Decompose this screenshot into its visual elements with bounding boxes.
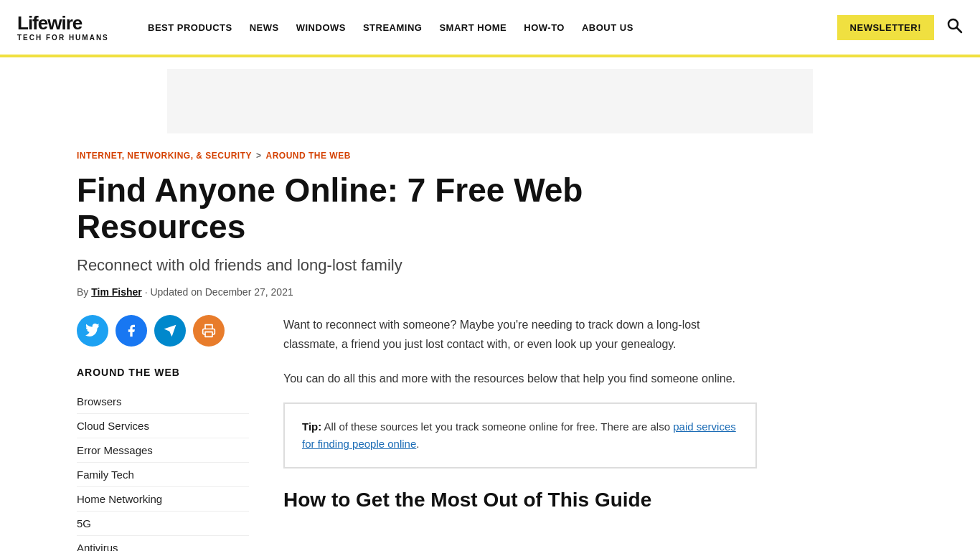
nav-item-how-to[interactable]: HOW-TO <box>517 17 572 39</box>
tip-text: Tip: All of these sources let you track … <box>302 418 738 453</box>
newsletter-button[interactable]: NEWSLETTER! <box>837 15 934 40</box>
sidebar-item-5g[interactable]: 5G <box>77 512 249 536</box>
intro-paragraph-2: You can do all this and more with the re… <box>283 369 757 388</box>
article-subtitle: Reconnect with old friends and long-lost… <box>77 256 593 275</box>
twitter-icon <box>85 324 100 338</box>
article-meta: By Tim Fisher · Updated on December 27, … <box>77 286 903 298</box>
share-telegram-button[interactable] <box>154 315 186 347</box>
nav-item-news[interactable]: NEWS <box>242 17 286 39</box>
main-content: Want to reconnect with someone? Maybe yo… <box>283 315 757 512</box>
breadcrumb-current[interactable]: AROUND THE WEB <box>266 151 351 161</box>
sidebar-item-family-tech[interactable]: Family Tech <box>77 463 249 487</box>
breadcrumb-parent[interactable]: INTERNET, NETWORKING, & SECURITY <box>77 151 252 161</box>
main-nav: BEST PRODUCTS NEWS WINDOWS STREAMING SMA… <box>141 17 829 39</box>
article-title: Find Anyone Online: 7 Free Web Resources <box>77 172 751 245</box>
author-link[interactable]: Tim Fisher <box>91 286 142 298</box>
nav-item-streaming[interactable]: STREAMING <box>356 17 430 39</box>
ad-banner <box>167 69 813 133</box>
meta-updated: · Updated on December 27, 2021 <box>145 286 293 298</box>
search-icon <box>946 17 963 34</box>
tip-label: Tip: <box>302 420 321 433</box>
share-facebook-button[interactable] <box>116 315 147 347</box>
print-icon <box>202 324 216 338</box>
svg-line-1 <box>957 28 962 33</box>
logo-area[interactable]: Lifewire TECH FOR HUMANS <box>17 14 118 42</box>
sidebar-item-home-networking[interactable]: Home Networking <box>77 487 249 512</box>
nav-item-windows[interactable]: WINDOWS <box>289 17 353 39</box>
logo-tagline: TECH FOR HUMANS <box>17 34 118 42</box>
telegram-icon <box>163 324 177 338</box>
print-button[interactable] <box>193 315 225 347</box>
nav-item-about-us[interactable]: ABOUT US <box>575 17 641 39</box>
nav-item-best-products[interactable]: BEST PRODUCTS <box>141 17 240 39</box>
sidebar-item-browsers[interactable]: Browsers <box>77 390 249 414</box>
page-wrapper: INTERNET, NETWORKING, & SECURITY > AROUN… <box>60 69 920 551</box>
tip-body: All of these sources let you track someo… <box>321 420 673 433</box>
sidebar-item-error-messages[interactable]: Error Messages <box>77 438 249 463</box>
sidebar-section-title: AROUND THE WEB <box>77 367 249 378</box>
tip-end: . <box>416 438 419 450</box>
breadcrumb: INTERNET, NETWORKING, & SECURITY > AROUN… <box>77 151 903 161</box>
svg-rect-2 <box>205 332 212 337</box>
site-header: Lifewire TECH FOR HUMANS BEST PRODUCTS N… <box>0 0 980 57</box>
tip-box: Tip: All of these sources let you track … <box>283 402 757 468</box>
sidebar-nav-list: Browsers Cloud Services Error Messages F… <box>77 390 249 551</box>
sidebar-item-cloud-services[interactable]: Cloud Services <box>77 414 249 438</box>
sidebar: AROUND THE WEB Browsers Cloud Services E… <box>77 315 249 551</box>
content-area: AROUND THE WEB Browsers Cloud Services E… <box>77 315 903 551</box>
logo-text: Lifewire <box>17 14 118 32</box>
intro-paragraph-1: Want to reconnect with someone? Maybe yo… <box>283 315 757 354</box>
search-button[interactable] <box>946 17 963 38</box>
sidebar-item-antivirus[interactable]: Antivirus <box>77 536 249 551</box>
share-twitter-button[interactable] <box>77 315 108 347</box>
facebook-icon <box>124 324 138 338</box>
social-buttons <box>77 315 249 347</box>
nav-item-smart-home[interactable]: SMART HOME <box>432 17 514 39</box>
section-heading: How to Get the Most Out of This Guide <box>283 489 757 512</box>
breadcrumb-separator: > <box>256 151 262 161</box>
meta-by: By <box>77 286 88 298</box>
